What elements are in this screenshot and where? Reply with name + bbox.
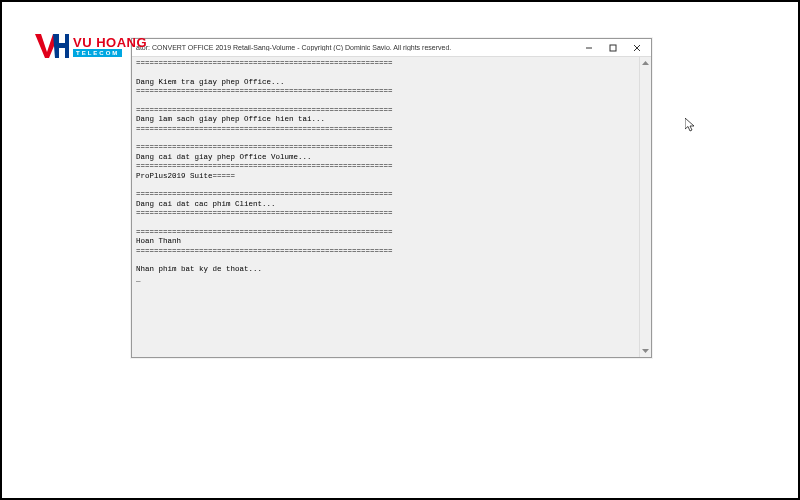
app-window: ator: CONVERT OFFICE 2019 Retail-Sang-Vo… — [131, 38, 652, 358]
close-button[interactable] — [625, 40, 649, 56]
scroll-down-icon[interactable] — [640, 345, 652, 357]
svg-rect-1 — [610, 45, 616, 51]
scroll-up-icon[interactable] — [640, 57, 652, 69]
logo-sub-text: TELECOM — [73, 49, 122, 57]
titlebar[interactable]: ator: CONVERT OFFICE 2019 Retail-Sang-Vo… — [132, 39, 651, 57]
console-output[interactable]: ========================================… — [132, 57, 639, 357]
logo-brand-text: VU HOANG — [73, 36, 147, 49]
vertical-scrollbar[interactable] — [639, 57, 651, 357]
window-title: ator: CONVERT OFFICE 2019 Retail-Sang-Vo… — [136, 44, 577, 51]
maximize-button[interactable] — [601, 40, 625, 56]
logo-mark-icon — [35, 34, 69, 58]
brand-logo: VU HOANG TELECOM — [35, 34, 147, 58]
logo-text: VU HOANG TELECOM — [73, 36, 147, 57]
mouse-cursor-icon — [685, 118, 695, 134]
window-controls — [577, 40, 649, 56]
console-area: ========================================… — [132, 57, 651, 357]
minimize-button[interactable] — [577, 40, 601, 56]
